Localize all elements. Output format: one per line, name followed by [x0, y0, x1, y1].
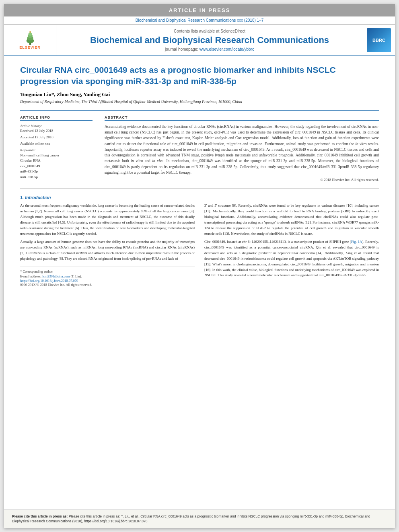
homepage-link[interactable]: www.elsevier.com/locate/ybbrc [200, 47, 254, 51]
main-content: Circular RNA circ_0001649 acts as a prog… [4, 56, 395, 509]
journal-ref-text: Biochemical and Biophysical Research Com… [136, 18, 264, 23]
history-label: Article history: [20, 124, 93, 128]
keyword-item: circ_0001649 [20, 164, 93, 169]
keyword-item: miR-338-5p [20, 175, 93, 180]
bbrc-logo: BBRC [367, 28, 391, 52]
journal-homepage-line: journal homepage: www.elsevier.com/locat… [165, 47, 254, 51]
journal-header: ELSEVIER Contents lists available at Sci… [4, 25, 395, 56]
citation-bar: Please cite this article in press as: Pl… [4, 509, 395, 528]
homepage-label: journal homepage: [165, 47, 198, 51]
article-info-panel: ARTICLE INFO Article history: Received 1… [20, 115, 93, 182]
bbrc-logo-area: BBRC [363, 25, 395, 55]
page: ARTICLE IN PRESS Biochemical and Biophys… [4, 4, 395, 528]
affiliation: Department of Respiratory Medicine, The … [20, 99, 379, 104]
journal-reference: Biochemical and Biophysical Research Com… [4, 16, 395, 25]
authors-line: Tongmiao Liu*, Zhuo Song, Yanling Gai [20, 91, 379, 98]
elsevier-logo-area: ELSEVIER [4, 25, 56, 55]
accepted-date: Accepted 13 July 2018 [20, 135, 93, 139]
intro-left-column: As the second most frequent malignancy w… [20, 203, 195, 287]
abstract-heading: ABSTRACT [105, 115, 379, 121]
footnote-copyright: 0006-291X/© 2018 Elsevier Inc. All right… [20, 283, 195, 287]
email-link[interactable]: lcm2301@sina.com [42, 274, 70, 278]
corresponding-author-note: * Corresponding author. [20, 269, 195, 274]
footnote-area: * Corresponding author. E-mail address: … [20, 267, 195, 287]
intro-left-text: As the second most frequent malignancy w… [20, 203, 195, 261]
introduction-heading: 1. Introduction [20, 195, 379, 200]
intro-right-column: 3' and 5' structure [9]. Recently, circR… [204, 203, 379, 287]
journal-title: Biochemical and Biophysical Research Com… [90, 35, 329, 45]
elsevier-text: ELSEVIER [19, 45, 41, 49]
journal-title-area: Contents lists available at ScienceDirec… [56, 25, 363, 55]
intro-right-text: 3' and 5' structure [9]. Recently, circR… [204, 203, 379, 278]
bbrc-label: BBRC [372, 38, 385, 43]
keyword-item: Circular RNA [20, 158, 93, 164]
contents-text: Contents lists available at ScienceDirec… [174, 29, 245, 33]
svg-rect-5 [29, 31, 31, 33]
available-online: Available online xxx [20, 142, 93, 146]
article-title: Circular RNA circ_0001649 acts as a prog… [20, 64, 379, 86]
article-in-press-banner: ARTICLE IN PRESS [4, 4, 395, 16]
introduction-columns: As the second most frequent malignancy w… [20, 203, 379, 287]
banner-text: ARTICLE IN PRESS [169, 7, 230, 13]
keywords-label: Keywords: [20, 148, 93, 152]
keyword-item: miR-331-3p [20, 169, 93, 175]
abstract-panel: ABSTRACT Accumulating evidence documente… [105, 115, 379, 182]
received-date: Received 12 July 2018 [20, 129, 93, 133]
abstract-copyright: © 2018 Elsevier Inc. All rights reserved… [105, 178, 379, 182]
section-divider [20, 188, 379, 189]
keyword-item: Non-small cell lung cancer [20, 153, 93, 158]
contents-available-line: Contents lists available at ScienceDirec… [174, 29, 245, 33]
abstract-text: Accumulating evidence documented the key… [105, 124, 379, 175]
info-abstract-section: ARTICLE INFO Article history: Received 1… [20, 110, 379, 182]
please-cite-label: Please cite this article in press as: [12, 514, 69, 518]
doi-link[interactable]: https://doi.org/10.1016/j.bbrc.2018.07.0… [20, 279, 195, 283]
elsevier-tree-icon [20, 31, 40, 45]
keywords-list: Non-small cell lung cancerCircular RNAci… [20, 153, 93, 180]
authors-text: Tongmiao Liu*, Zhuo Song, Yanling Gai [20, 91, 110, 97]
article-info-heading: ARTICLE INFO [20, 115, 93, 121]
svg-point-4 [28, 33, 32, 36]
email-note: E-mail address: lcm2301@sina.com (T. Liu… [20, 274, 195, 279]
